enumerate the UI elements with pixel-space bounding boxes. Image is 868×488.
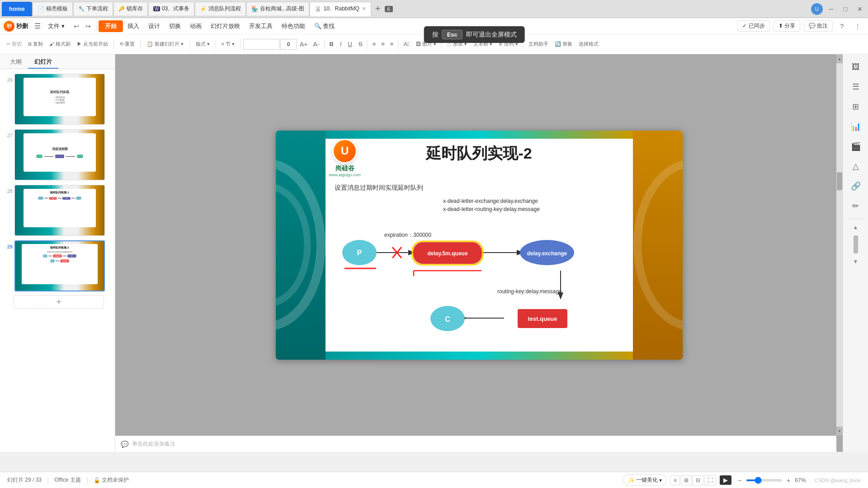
zoom-in-btn[interactable]: +	[784, 476, 793, 485]
view-fullscreen-btn[interactable]: ⛶	[704, 475, 716, 485]
tab-keylib-label: 锁库存	[127, 5, 143, 13]
replace-btn[interactable]: 🔄 替换	[552, 40, 575, 48]
status-protection[interactable]: 🔓 文档未保护	[94, 476, 129, 484]
right-tool-chart[interactable]: 📊	[847, 117, 865, 136]
slide-num-29: 29	[3, 244, 13, 249]
align-left-btn[interactable]: ≡	[370, 40, 378, 48]
italic-btn[interactable]: I	[337, 40, 344, 48]
right-tool-media[interactable]: 🎬	[847, 137, 865, 155]
slide-subtitle: 设置消息过期时间实现延时队列	[335, 184, 423, 192]
underline-btn[interactable]: U	[345, 40, 355, 48]
font-smaller-btn[interactable]: A-	[311, 40, 322, 49]
menu-animate[interactable]: 动画	[185, 20, 206, 32]
tooltip-prefix: 按	[432, 31, 439, 39]
tab-msgflow[interactable]: ⚡ 消息队列流程	[195, 2, 246, 16]
right-tool-shapes[interactable]: △	[847, 157, 865, 175]
menu-features[interactable]: 特色功能	[277, 20, 310, 32]
zoom-out-btn[interactable]: −	[735, 476, 744, 485]
slide-canvas: U 尚硅谷 www.atguigu.com 延时队列实现-2 设置消息过期时间实…	[276, 131, 683, 360]
view-split-btn[interactable]: ⊟	[693, 475, 703, 485]
undo-btn[interactable]: ↩	[71, 21, 82, 31]
right-tool-edit[interactable]: ✏	[847, 197, 865, 215]
svg-text:test.queue: test.queue	[528, 315, 557, 322]
view-list-btn[interactable]: ≡	[670, 475, 680, 485]
cut-btn[interactable]: ✂ 剪切	[4, 39, 24, 49]
play-btn[interactable]: ▶	[720, 475, 731, 485]
redo-btn[interactable]: ↪	[83, 21, 94, 31]
font-family-input[interactable]	[243, 39, 279, 50]
tab-outline[interactable]: 大纲	[4, 56, 28, 69]
hamburger-icon[interactable]: ☰	[32, 20, 43, 32]
minimize-btn[interactable]: ─	[825, 3, 837, 15]
batch-btn[interactable]: 💬 批注	[804, 20, 833, 32]
app-logo: 秒 秒删	[4, 21, 28, 32]
restore-btn[interactable]: □	[839, 3, 852, 15]
bold-btn[interactable]: B	[327, 40, 336, 48]
guigustore-icon: 🏪	[251, 6, 258, 12]
tab-home[interactable]: home	[2, 2, 32, 16]
zoom-slider[interactable]	[746, 479, 782, 481]
right-tool-layout[interactable]: ☰	[847, 78, 865, 96]
menu-devtools[interactable]: 开发工具	[245, 20, 277, 32]
layout-btn[interactable]: 版式 ▾	[193, 39, 212, 49]
right-tool-table[interactable]: ⊞	[847, 98, 865, 116]
copy-btn[interactable]: ⧉ 复制	[25, 39, 46, 49]
format-btn[interactable]: 🖌 格式刷	[47, 39, 73, 49]
menu-switch[interactable]: 切换	[165, 20, 185, 32]
view-grid-btn[interactable]: ⊞	[681, 475, 692, 485]
align-right-btn[interactable]: ≡	[388, 40, 396, 48]
slide-item-29[interactable]: 29 延时队列实现-2 设置消息过期时间实现延时队列 P delay.Q EX	[2, 239, 113, 292]
svg-text:x-dead-letter-routing-key:dela: x-dead-letter-routing-key:delay.message	[443, 206, 540, 212]
beautify-btn[interactable]: ✨ 一键美化 ▾	[623, 474, 667, 486]
tab-workflow-label: 下单流程	[86, 5, 108, 13]
tab-add-btn[interactable]: +	[372, 4, 384, 14]
slide-item-28[interactable]: 28 延时队列实现-1 Q E	[2, 184, 113, 237]
rabbitmq-icon: 🐰	[315, 6, 321, 12]
menu-search[interactable]: 🔍 查找	[310, 20, 340, 32]
tab-guigustore[interactable]: 🏪 谷粒商城...高级-图	[246, 2, 309, 16]
right-tool-link[interactable]: 🔗	[847, 177, 865, 195]
more-btn[interactable]: ⋮	[851, 21, 864, 31]
menu-file[interactable]: 文件 ▾	[43, 20, 69, 32]
font-bigger-btn[interactable]: A+	[297, 40, 310, 49]
slide-logo: U 尚硅谷 www.atguigu.com	[329, 139, 361, 177]
note-placeholder[interactable]: 单击此处添加备注	[132, 440, 175, 448]
tab-close-btn[interactable]: ✕	[362, 6, 366, 12]
close-btn[interactable]: ✕	[854, 3, 866, 15]
docassist-btn[interactable]: 文档助手	[526, 40, 551, 48]
help-btn[interactable]: ?	[836, 21, 847, 31]
reset-btn[interactable]: ⟲ 重置	[117, 39, 137, 49]
tab-slides[interactable]: 幻灯片	[28, 56, 58, 69]
font-size-input[interactable]	[280, 39, 297, 50]
workflow-icon: 🔧	[78, 6, 85, 12]
slide-item-27[interactable]: 27 消息流程图	[2, 128, 113, 181]
menu-design[interactable]: 设计	[144, 20, 165, 32]
right-tool-scroll-down[interactable]: ▼	[847, 257, 865, 266]
select-format-btn[interactable]: 选择格式	[576, 40, 601, 48]
strikethrough-btn[interactable]: S	[356, 40, 365, 48]
tab-keylib[interactable]: 🔑 锁库存	[113, 2, 148, 16]
right-tool-image[interactable]: 🖼	[847, 58, 865, 76]
section-btn[interactable]: ≡ 节 ▾	[219, 39, 238, 49]
text-box-btn[interactable]: A⃞	[401, 40, 412, 48]
fromstart-btn[interactable]: ▶ 从当前开始	[74, 39, 111, 49]
sync-btn[interactable]: ✓ 已同步	[737, 20, 769, 32]
tab-guigustore-label: 谷粒商城...高级-图	[260, 5, 304, 13]
tab-transaction[interactable]: W 03、式事务	[148, 2, 195, 16]
slide-item-26[interactable]: 26 延时队列实现 • 死信队列 • TTL配置 • 延迟插件	[2, 73, 113, 126]
tab-workflow[interactable]: 🔧 下单流程	[73, 2, 113, 16]
menu-slideshow[interactable]: 幻灯片放映	[206, 20, 245, 32]
add-slide-btn[interactable]: +	[14, 295, 104, 309]
tab-template[interactable]: 📄 稿壳模板	[33, 2, 73, 16]
slide-title: 延时队列实现-2	[426, 143, 532, 164]
protection-icon: 🔓	[94, 477, 100, 483]
menu-insert[interactable]: 插入	[123, 20, 144, 32]
align-center-btn[interactable]: ≡	[379, 40, 387, 48]
tab-rabbitmq[interactable]: 🐰 10、RabbitMQ ✕	[310, 2, 371, 16]
right-tool-scroll-up[interactable]: ▲	[847, 223, 865, 232]
esc-key-badge: Esc	[442, 30, 462, 39]
newslide-btn[interactable]: 📋 新建幻灯片 ▾	[143, 39, 187, 49]
status-sep1: |	[47, 476, 49, 484]
start-btn[interactable]: 开始	[99, 20, 123, 32]
share-btn[interactable]: ⬆ 分享	[774, 20, 800, 32]
